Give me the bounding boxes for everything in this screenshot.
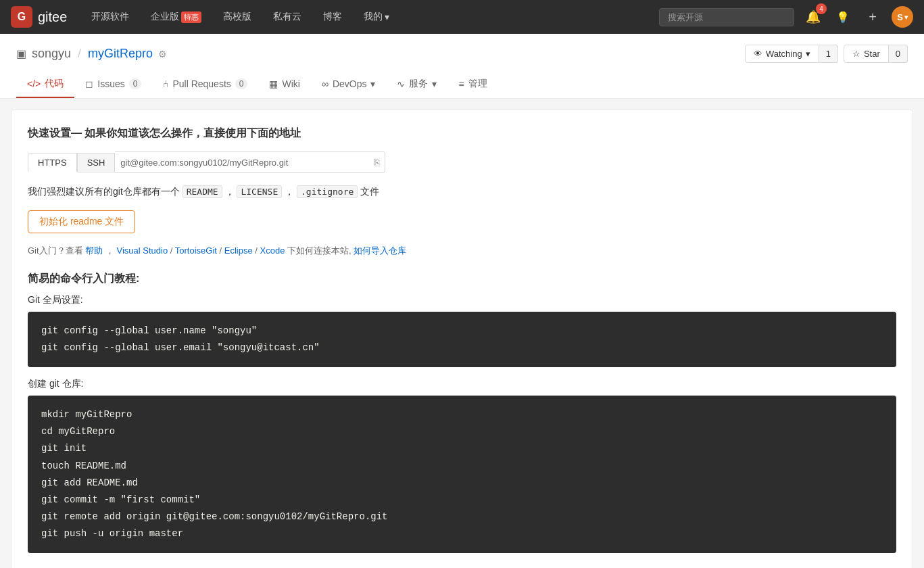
global-config-code: git config --global user.name "songyu" g… [28,312,896,367]
nav-university[interactable]: 高校版 [212,0,262,34]
ssh-button[interactable]: SSH [77,153,116,172]
watching-count[interactable]: 1 [819,45,838,63]
enterprise-badge: 特惠 [181,11,201,23]
repo-actions: 👁 Watching ▾ 1 ☆ Star 0 [745,45,908,63]
tab-service[interactable]: ∿ 服务 ▾ [386,71,447,98]
code-icon: </> [27,78,41,89]
notification-count: 4 [816,3,827,14]
notifications-button[interactable]: 🔔 4 [802,6,824,28]
search-input[interactable] [659,8,794,26]
logo-icon: G [11,6,32,28]
repo-tabs: </> 代码 ◻ Issues 0 ⑃ Pull Requests 0 ▦ Wi… [16,71,908,98]
repo-url-input[interactable] [120,158,374,168]
logo-text: gitee [38,9,67,25]
tab-issues[interactable]: ◻ Issues 0 [74,71,152,98]
copy-icon[interactable]: ⎘ [374,157,379,168]
eye-icon: 👁 [754,49,762,59]
plus-button[interactable]: + [862,6,883,28]
issues-count: 0 [129,78,142,89]
nav-blog[interactable]: 博客 [312,0,353,34]
import-repo-link[interactable]: 如何导入仓库 [354,245,406,256]
star-button[interactable]: ☆ Star [844,45,889,63]
lamp-icon[interactable]: 💡 [832,6,854,28]
tab-wiki[interactable]: ▦ Wiki [258,71,310,98]
repo-header: ▣ songyu / myGitRepro ⚙ 👁 Watching ▾ 1 ☆… [0,34,924,99]
help-link[interactable]: 帮助 [85,245,103,256]
suggestion-text: 我们强烈建议所有的git仓库都有一个 README ， LICENSE ， .g… [28,184,896,199]
eclipse-link[interactable]: Eclipse [224,245,253,256]
tortoisegit-link[interactable]: TortoiseGit [175,245,217,256]
manage-icon: ≡ [458,78,464,89]
url-input-wrapper: ⎘ [115,151,385,173]
nav-opensource[interactable]: 开源软件 [80,0,140,34]
visual-studio-link[interactable]: Visual Studio [116,245,168,256]
license-tag: LICENSE [237,185,282,198]
avatar[interactable]: S ▾ [892,6,913,28]
devops-icon: ∞ [322,78,329,89]
xcode-link[interactable]: Xcode [260,245,285,256]
tab-manage[interactable]: ≡ 管理 [447,71,497,98]
tab-devops[interactable]: ∞ DevOps ▾ [311,71,387,98]
star-group: ☆ Star 0 [844,45,908,63]
navbar-right: 🔔 4 💡 + S ▾ [659,6,913,28]
service-icon: ∿ [397,78,405,89]
git-help: Git入门？查看 帮助 ， Visual Studio / TortoiseGi… [28,244,896,258]
create-repo-title: 创建 git 仓库: [28,378,896,390]
nav-mine[interactable]: 我的 ▾ [353,0,400,34]
https-button[interactable]: HTTPS [28,153,77,172]
nav-enterprise[interactable]: 企业版 特惠 [140,0,212,34]
init-readme-button[interactable]: 初始化 readme 文件 [28,210,135,233]
repo-settings-icon[interactable]: ⚙ [158,49,167,60]
tab-code[interactable]: </> 代码 [16,71,74,98]
repo-type-icon: ▣ [16,47,26,60]
watching-button[interactable]: 👁 Watching ▾ [745,45,819,63]
main-nav: 开源软件 企业版 特惠 高校版 私有云 博客 我的 ▾ [80,0,659,34]
nav-private-cloud[interactable]: 私有云 [262,0,312,34]
create-repo-code: mkdir myGitRepro cd myGitRepro git init … [28,396,896,554]
pr-count: 0 [235,78,248,89]
repo-owner[interactable]: songyu [32,47,71,61]
star-count[interactable]: 0 [889,45,908,63]
repo-title-row: ▣ songyu / myGitRepro ⚙ 👁 Watching ▾ 1 ☆… [16,45,908,63]
wiki-icon: ▦ [269,78,278,89]
global-config-title: Git 全局设置: [28,294,896,306]
watching-group: 👁 Watching ▾ 1 [745,45,838,63]
issues-icon: ◻ [85,78,93,89]
readme-tag: README [183,185,222,198]
navbar: G gitee 开源软件 企业版 特惠 高校版 私有云 博客 我的 ▾ 🔔 4 [0,0,924,34]
repo-title: ▣ songyu / myGitRepro ⚙ [16,47,167,61]
url-row: HTTPS SSH ⎘ [28,151,896,173]
tab-pr[interactable]: ⑃ Pull Requests 0 [152,71,258,98]
gitignore-tag: .gitignore [297,185,358,198]
quick-setup-title: 快速设置— 如果你知道该怎么操作，直接使用下面的地址 [28,126,896,141]
tutorial-title: 简易的命令行入门教程: [28,272,896,286]
pr-icon: ⑃ [163,78,168,89]
repo-name[interactable]: myGitRepro [88,47,153,61]
star-icon: ☆ [852,49,860,59]
main-content: 快速设置— 如果你知道该怎么操作，直接使用下面的地址 HTTPS SSH ⎘ 我… [11,110,913,568]
logo[interactable]: G gitee [11,6,67,28]
